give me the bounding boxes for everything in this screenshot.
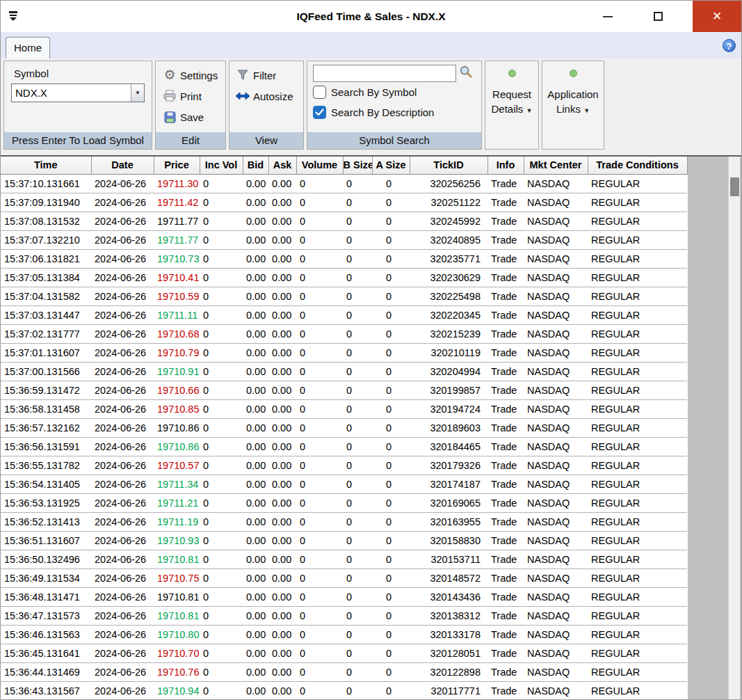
cell-a_size: 0 [372,381,410,399]
maximize-button[interactable] [642,1,675,32]
column-header-price[interactable]: Price [154,157,200,174]
table-row[interactable]: 15:36:43.1315672024-06-2619710.9400.000.… [1,681,687,699]
table-row[interactable]: 15:36:48.1314712024-06-2619710.8100.000.… [1,587,687,606]
print-button[interactable]: Print [163,86,220,106]
table-row[interactable]: 15:36:46.1315632024-06-2619710.8000.000.… [1,625,687,644]
search-by-symbol-option[interactable]: Search By Symbol [313,82,476,102]
column-header-mkt_center[interactable]: Mkt Center [524,157,588,174]
column-header-tick_id[interactable]: TickID [410,157,487,174]
settings-button[interactable]: ⚙ Settings [163,65,220,86]
table-row[interactable]: 15:37:05.1313842024-06-2619710.4100.000.… [1,268,687,287]
help-icon[interactable]: ? [723,39,736,52]
column-header-a_size[interactable]: A Size [372,157,410,174]
symbol-combobox[interactable]: NDX.X ▼ [11,83,145,102]
application-links-button[interactable]: Application Links ▼ [542,61,604,150]
table-row[interactable]: 15:36:44.1314692024-06-2619710.7600.000.… [1,662,687,681]
symbol-label: Symbol [14,67,146,79]
cell-time: 15:36:49.131534 [1,568,91,587]
tab-home[interactable]: Home [6,37,50,58]
column-header-info[interactable]: Info [487,157,524,174]
cell-inc_vol: 0 [200,305,243,324]
table-row[interactable]: 15:36:54.1314052024-06-2619711.3400.000.… [1,475,687,493]
close-button[interactable]: ✕ [693,1,741,32]
table-row[interactable]: 15:37:10.1316612024-06-2619711.3000.000.… [1,174,687,193]
cell-tick_id: 320189603 [410,418,487,437]
cell-tick_id: 320148572 [410,568,487,587]
cell-mkt_center: NASDAQ [524,662,588,681]
table-row[interactable]: 15:36:58.1314582024-06-2619710.8500.000.… [1,399,687,418]
maximize-icon [654,12,663,21]
table-row[interactable]: 15:37:03.1314472024-06-2619711.1100.000.… [1,305,687,324]
table-row[interactable]: 15:37:09.1319402024-06-2619711.4200.000.… [1,193,687,212]
table-row[interactable]: 15:37:00.1315662024-06-2619710.9100.000.… [1,362,687,381]
cell-inc_vol: 0 [200,587,243,606]
cell-bid: 0.00 [243,212,268,230]
vertical-scrollbar[interactable] [728,157,740,699]
cell-time: 15:36:59.131472 [1,381,91,399]
table-row[interactable]: 15:36:50.1324962024-06-2619710.8100.000.… [1,550,687,568]
table-row[interactable]: 15:37:08.1315322024-06-2619711.7700.000.… [1,212,687,230]
table-row[interactable]: 15:36:52.1314132024-06-2619711.1900.000.… [1,512,687,531]
cell-mkt_center: NASDAQ [524,587,588,606]
cell-info: Trade [487,343,524,362]
column-header-volume[interactable]: Volume [296,157,343,174]
column-header-b_size[interactable]: B Size [343,157,372,174]
symbol-value: NDX.X [12,84,131,102]
column-header-ask[interactable]: Ask [268,157,296,174]
table-row[interactable]: 15:36:45.1316412024-06-2619710.7000.000.… [1,644,687,662]
table-row[interactable]: 15:36:51.1316072024-06-2619710.9300.000.… [1,531,687,550]
cell-price: 19710.75 [154,568,200,587]
table-row[interactable]: 15:36:56.1315912024-06-2619710.8600.000.… [1,437,687,456]
search-by-symbol-checkbox[interactable] [313,86,326,99]
table-row[interactable]: 15:36:59.1314722024-06-2619710.6600.000.… [1,381,687,399]
minimize-button[interactable] [591,1,624,32]
column-header-inc_vol[interactable]: Inc Vol [200,157,243,174]
cell-volume: 0 [296,475,343,493]
cell-a_size: 0 [372,625,410,644]
column-header-date[interactable]: Date [91,157,154,174]
table-row[interactable]: 15:37:06.1318212024-06-2619710.7300.000.… [1,249,687,268]
table-row[interactable]: 15:36:49.1315342024-06-2619710.7500.000.… [1,568,687,587]
cell-date: 2024-06-26 [91,249,154,268]
cell-volume: 0 [296,568,343,587]
cell-ask: 0.00 [268,568,296,587]
table-row[interactable]: 15:36:53.1319252024-06-2619711.2100.000.… [1,493,687,512]
cell-inc_vol: 0 [200,625,243,644]
cell-bid: 0.00 [243,587,268,606]
table-row[interactable]: 15:36:55.1317822024-06-2619710.5700.000.… [1,456,687,475]
cell-info: Trade [487,531,524,550]
cell-a_size: 0 [372,681,410,699]
cell-bid: 0.00 [243,550,268,568]
table-row[interactable]: 15:37:02.1317772024-06-2619710.6800.000.… [1,324,687,343]
cell-mkt_center: NASDAQ [524,174,588,193]
request-details-button[interactable]: Request Details ▼ [485,61,539,150]
autosize-button[interactable]: Autosize [236,86,298,106]
save-button[interactable]: Save [163,106,220,127]
search-by-description-option[interactable]: Search By Description [313,102,476,122]
time-sales-table: TimeDatePriceInc VolBidAskVolumeB SizeA … [1,157,688,699]
cell-date: 2024-06-26 [91,531,154,550]
cell-volume: 0 [296,625,343,644]
filter-button[interactable]: Filter [236,65,298,86]
cell-date: 2024-06-26 [91,174,154,193]
table-row[interactable]: 15:37:07.1322102024-06-2619711.7700.000.… [1,230,687,249]
scrollbar-thumb[interactable] [730,177,739,196]
cell-tick_id: 320256256 [410,174,487,193]
column-header-time[interactable]: Time [1,157,91,174]
cell-time: 15:36:57.132162 [1,418,91,437]
column-header-bid[interactable]: Bid [243,157,268,174]
table-row[interactable]: 15:37:01.1316072024-06-2619710.7900.000.… [1,343,687,362]
cell-date: 2024-06-26 [91,568,154,587]
cell-a_size: 0 [372,305,410,324]
table-row[interactable]: 15:37:04.1315822024-06-2619710.5900.000.… [1,287,687,305]
chevron-down-icon[interactable]: ▼ [131,84,144,102]
cell-mkt_center: NASDAQ [524,644,588,662]
cell-volume: 0 [296,268,343,287]
search-icon[interactable] [459,65,473,79]
search-by-description-checkbox[interactable] [313,106,326,119]
column-header-trade_conditions[interactable]: Trade Conditions [588,157,687,174]
table-row[interactable]: 15:36:57.1321622024-06-2619710.8600.000.… [1,418,687,437]
cell-ask: 0.00 [268,644,296,662]
table-row[interactable]: 15:36:47.1315732024-06-2619710.8100.000.… [1,606,687,625]
symbol-search-input[interactable] [313,65,456,82]
